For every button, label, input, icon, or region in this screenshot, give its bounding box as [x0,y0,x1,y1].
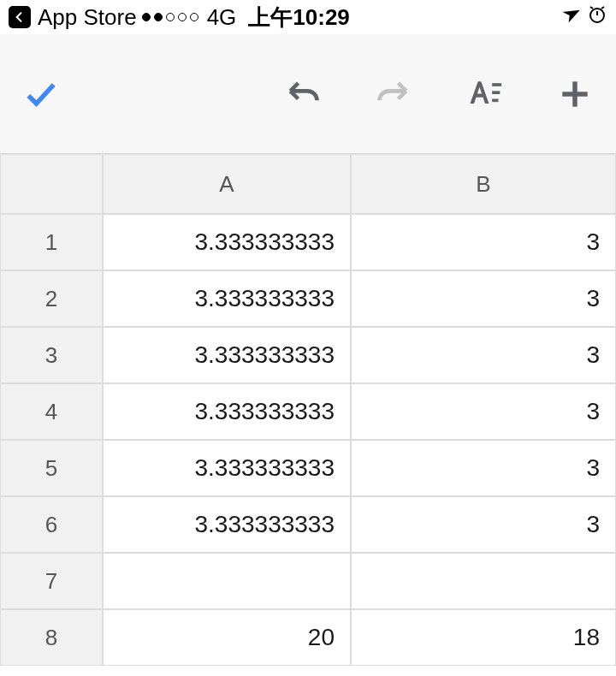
row-header[interactable]: 5 [0,440,103,496]
cell-B3[interactable]: 3 [351,327,616,383]
alarm-icon [587,4,607,31]
cell-A6[interactable]: 3.333333333 [103,496,351,553]
spreadsheet[interactable]: A B 1 3.333333333 3 2 3.333333333 3 3 3.… [0,154,616,666]
svg-line-2 [590,7,593,9]
table-row: 4 3.333333333 3 [0,383,616,440]
svg-line-3 [601,7,604,9]
cell-B4[interactable]: 3 [351,383,616,440]
table-row: 8 20 18 [0,609,616,666]
svg-rect-5 [492,91,500,94]
row-header[interactable]: 1 [0,214,103,270]
check-icon [22,75,60,113]
add-button[interactable] [551,70,599,118]
row-header[interactable]: 4 [0,383,103,440]
cell-A1[interactable]: 3.333333333 [103,214,351,270]
text-format-icon [465,75,503,113]
status-bar: App Store 4G 上午10:29 [0,0,616,34]
text-format-button[interactable] [460,70,508,118]
cell-A3[interactable]: 3.333333333 [103,327,351,383]
toolbar [0,34,616,154]
row-header[interactable]: 8 [0,609,103,666]
table-row: 5 3.333333333 3 [0,440,616,496]
cell-B5[interactable]: 3 [351,440,616,496]
row-header[interactable]: 3 [0,327,103,383]
cell-A8[interactable]: 20 [103,609,351,666]
svg-rect-6 [492,98,498,102]
confirm-button[interactable] [17,70,65,118]
column-header-A[interactable]: A [103,154,351,214]
select-all-corner[interactable] [0,154,103,214]
cell-B2[interactable]: 3 [351,270,616,327]
clock: 上午10:29 [248,3,350,33]
undo-button[interactable] [279,70,327,118]
table-row: 1 3.333333333 3 [0,214,616,270]
row-header[interactable]: 6 [0,496,103,553]
column-header-row: A B [0,154,616,214]
table-row: 2 3.333333333 3 [0,270,616,327]
cell-A2[interactable]: 3.333333333 [103,270,351,327]
table-row: 3 3.333333333 3 [0,327,616,383]
cell-B8[interactable]: 18 [351,609,616,666]
cell-A7[interactable] [103,553,351,609]
redo-icon [375,75,412,113]
svg-rect-4 [492,83,501,86]
cell-B1[interactable]: 3 [351,214,616,270]
column-header-B[interactable]: B [351,154,616,214]
status-back-app[interactable]: App Store [9,4,137,31]
location-icon [556,3,582,32]
column-label: A [219,171,234,198]
signal-dots [142,13,198,21]
network-label: 4G [207,4,237,31]
row-header[interactable]: 7 [0,553,103,609]
cell-B6[interactable]: 3 [351,496,616,553]
cell-A5[interactable]: 3.333333333 [103,440,351,496]
back-chevron-icon [9,6,31,28]
row-header[interactable]: 2 [0,270,103,327]
cell-B7[interactable] [351,553,616,609]
column-label: B [476,171,490,198]
plus-icon [556,75,594,113]
table-row: 7 [0,553,616,609]
undo-icon [284,75,322,113]
cell-A4[interactable]: 3.333333333 [103,383,351,440]
redo-button [370,70,418,118]
table-row: 6 3.333333333 3 [0,496,616,553]
back-app-label: App Store [38,4,137,31]
